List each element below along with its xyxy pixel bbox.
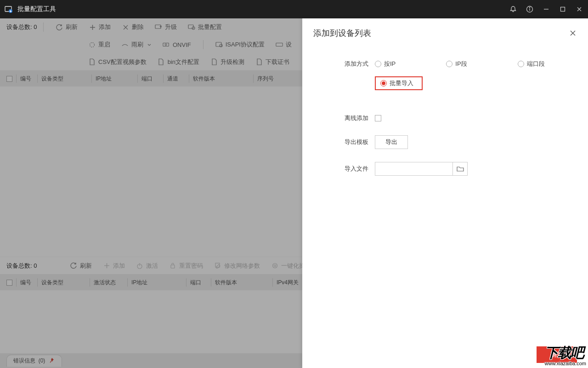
isapi-icon: [215, 41, 223, 48]
dialog-body: 添加方式 按IP IP段 端口段 批量导入 离线添加 导出模板 导出 导入文件: [302, 46, 588, 341]
import-file-input[interactable]: [375, 162, 453, 176]
lock-icon: [169, 262, 176, 270]
col-index: 编号: [16, 75, 37, 83]
csv-config-button[interactable]: CSV配置视频参数: [88, 58, 147, 66]
upgrade-button[interactable]: 升级: [155, 23, 177, 31]
import-file-row: 导入文件: [339, 162, 570, 176]
file-icon: [210, 58, 218, 66]
plus-icon: [89, 23, 96, 31]
browse-file-button[interactable]: [453, 162, 468, 176]
svg-point-28: [274, 265, 276, 267]
offline-add-row: 离线添加: [339, 114, 570, 122]
watermark-text: 下载吧: [545, 344, 586, 362]
error-info-tab[interactable]: 错误信息 (0): [6, 355, 62, 367]
select-all-checkbox[interactable]: [6, 76, 12, 82]
col-ip: IP地址: [91, 75, 137, 83]
close-button[interactable]: [575, 5, 583, 13]
svg-point-4: [529, 7, 530, 8]
reboot-button[interactable]: 重启: [88, 40, 110, 49]
add-button[interactable]: 添加: [89, 23, 111, 31]
batch-config-icon: [188, 23, 195, 31]
wiper-icon: [121, 41, 129, 48]
col-device-type: 设备类型: [37, 75, 91, 83]
download-cert-button[interactable]: 下载证书: [255, 58, 289, 66]
svg-line-29: [50, 361, 51, 362]
dialog-header: 添加到设备列表: [302, 18, 588, 46]
maximize-button[interactable]: [559, 5, 567, 13]
onekey-button[interactable]: 一键化操: [271, 262, 305, 270]
titlebar: 批量配置工具: [0, 0, 588, 18]
delete-icon: [122, 23, 129, 31]
gear-icon: [271, 262, 278, 270]
col-ip: IP地址: [127, 278, 186, 287]
add-method-row: 添加方式 按IP IP段 端口段: [339, 60, 570, 68]
offline-add-checkbox[interactable]: [375, 115, 381, 121]
reboot-icon: [88, 41, 96, 48]
upper-device-count: 设备总数: 0: [6, 23, 37, 31]
dialog-title: 添加到设备列表: [313, 28, 371, 39]
select-all-checkbox[interactable]: [6, 280, 12, 286]
upgrade-check-button[interactable]: 升级检测: [210, 58, 244, 66]
minimize-button[interactable]: [542, 5, 550, 13]
file-icon: [88, 58, 96, 66]
wiper-button[interactable]: 雨刷: [121, 40, 152, 49]
modify-network-button[interactable]: 修改网络参数: [214, 262, 260, 270]
more-button[interactable]: 设: [276, 40, 292, 49]
file-icon: [255, 58, 263, 66]
activate-button[interactable]: 激活: [136, 262, 158, 270]
import-file-label: 导入文件: [339, 165, 368, 173]
export-template-row: 导出模板 导出: [339, 135, 570, 149]
batch-import-highlight: 批量导入: [375, 76, 423, 90]
export-button[interactable]: 导出: [375, 135, 408, 149]
upgrade-icon: [155, 23, 162, 31]
separator: [43, 23, 44, 32]
export-template-label: 导出模板: [339, 138, 368, 146]
svg-rect-21: [276, 43, 283, 46]
app-title: 批量配置工具: [17, 5, 509, 13]
dialog-close-button[interactable]: [569, 29, 577, 37]
col-channel: 通道: [163, 75, 189, 83]
col-port: 端口: [186, 278, 211, 287]
col-software-version: 软件版本: [211, 278, 272, 287]
info-icon[interactable]: [526, 5, 534, 13]
radio-ip-range[interactable]: IP段: [446, 60, 467, 68]
isapi-button[interactable]: ISAPI协议配置: [215, 40, 265, 49]
reset-password-button[interactable]: 重置密码: [169, 262, 203, 270]
radio-by-ip[interactable]: 按IP: [375, 60, 396, 68]
col-index: 编号: [16, 278, 37, 287]
file-icon: [158, 58, 165, 66]
col-port: 端口: [137, 75, 163, 83]
delete-button[interactable]: 删除: [122, 23, 144, 31]
svg-rect-17: [163, 43, 169, 46]
plus-icon: [103, 262, 110, 270]
lower-add-button[interactable]: 添加: [103, 262, 125, 270]
bell-icon[interactable]: [509, 5, 517, 13]
lower-refresh-button[interactable]: 刷新: [70, 262, 92, 270]
edit-icon: [214, 262, 221, 270]
onvif-icon: [163, 41, 170, 48]
watermark: 下载吧 www.xiazaiba.com: [545, 344, 586, 366]
pin-icon[interactable]: [50, 357, 55, 364]
radio-batch-import[interactable]: 批量导入: [380, 79, 413, 87]
offline-add-label: 离线添加: [339, 114, 368, 122]
onvif-button[interactable]: ONVIF: [163, 41, 191, 48]
add-method-row2: 批量导入: [339, 76, 570, 90]
svg-rect-25: [171, 265, 175, 268]
add-device-dialog: 添加到设备列表 添加方式 按IP IP段 端口段 批量导入 离线添加 导出模板 …: [302, 18, 588, 368]
add-method-radio-group: 按IP IP段 端口段: [375, 60, 545, 68]
add-method-label: 添加方式: [339, 60, 368, 68]
col-activation: 激活状态: [90, 278, 127, 287]
keyboard-icon: [276, 41, 283, 48]
col-software-version: 软件版本: [189, 75, 253, 83]
refresh-button[interactable]: 刷新: [56, 23, 78, 31]
bin-config-button[interactable]: bin文件配置: [158, 58, 199, 66]
watermark-url: www.xiazaiba.com: [545, 361, 586, 366]
svg-point-27: [272, 264, 277, 268]
batch-config-button[interactable]: 批量配置: [188, 23, 222, 31]
chevron-down-icon: [147, 41, 152, 48]
separator: [203, 40, 204, 49]
svg-rect-6: [561, 7, 565, 12]
radio-port-range[interactable]: 端口段: [518, 60, 545, 68]
activate-icon: [136, 262, 143, 270]
error-info-label: 错误信息 (0): [13, 357, 45, 365]
